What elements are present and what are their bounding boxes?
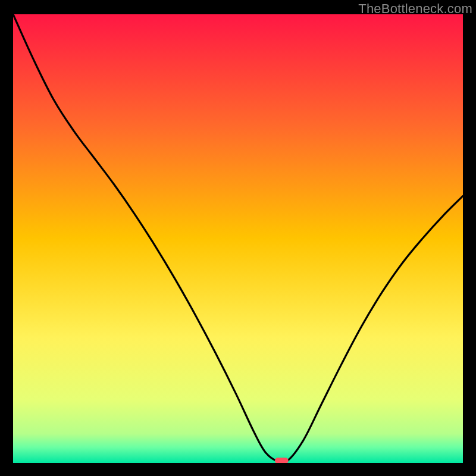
- chart-frame: TheBottleneck.com: [0, 0, 476, 476]
- chart-svg: [13, 14, 463, 463]
- plot-area: [13, 14, 463, 463]
- background-gradient: [13, 14, 463, 463]
- optimal-point-marker: [275, 458, 289, 463]
- watermark-text: TheBottleneck.com: [358, 1, 472, 17]
